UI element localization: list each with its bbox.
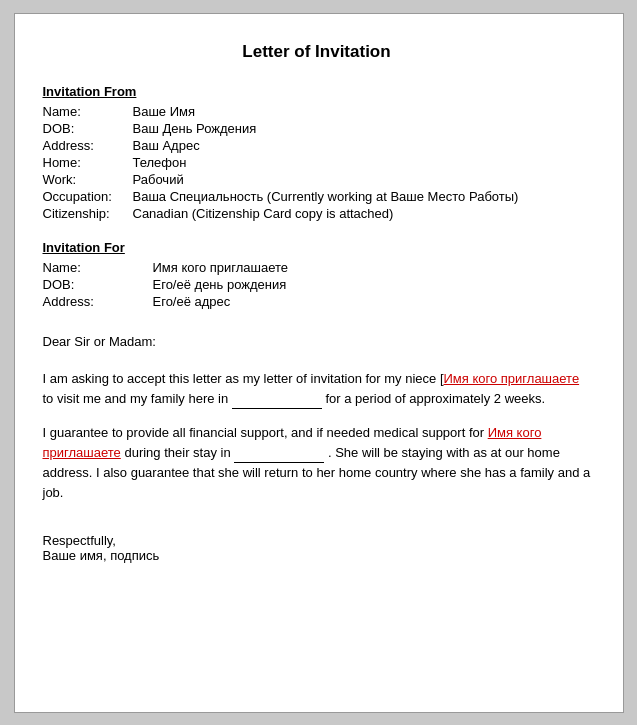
value-citizenship: Canadian (Citizenship Card copy is attac… [133, 205, 591, 222]
table-row: Name: Ваше Имя [43, 103, 591, 120]
p1-after: for a period of approximately 2 weeks. [325, 391, 545, 406]
closing: Respectfully, Ваше имя, подпись [43, 533, 591, 563]
table-row: Address: Его/её адрес [43, 293, 591, 310]
label-for-name: Name: [43, 259, 153, 276]
table-row: DOB: Ваш День Рождения [43, 120, 591, 137]
p1-blank [232, 395, 322, 409]
table-row: Name: Имя кого приглашаете [43, 259, 591, 276]
value-name: Ваше Имя [133, 103, 591, 120]
body-text: I am asking to accept this letter as my … [43, 369, 591, 504]
label-dob: DOB: [43, 120, 133, 137]
document-title: Letter of Invitation [43, 42, 591, 62]
salutation: Dear Sir or Madam: [43, 334, 591, 349]
from-info-table: Name: Ваше Имя DOB: Ваш День Рождения Ad… [43, 103, 591, 222]
closing-line2: Ваше имя, подпись [43, 548, 591, 563]
p2-blank [234, 449, 324, 463]
table-row: Occupation: Ваша Специальность (Currentl… [43, 188, 591, 205]
table-row: DOB: Его/её день рождения [43, 276, 591, 293]
p1-mid: to visit me and my family here in [43, 391, 229, 406]
table-row: Address: Ваш Адрес [43, 137, 591, 154]
value-address: Ваш Адрес [133, 137, 591, 154]
table-row: Home: Телефон [43, 154, 591, 171]
section-from-heading: Invitation From [43, 84, 591, 99]
p1-before: I am asking to accept this letter as my … [43, 371, 444, 386]
paragraph-2: I guarantee to provide all financial sup… [43, 423, 591, 504]
label-for-dob: DOB: [43, 276, 153, 293]
value-work: Рабочий [133, 171, 591, 188]
value-for-address: Его/её адрес [153, 293, 591, 310]
value-for-dob: Его/её день рождения [153, 276, 591, 293]
label-name: Name: [43, 103, 133, 120]
p2-before: I guarantee to provide all financial sup… [43, 425, 485, 440]
label-work: Work: [43, 171, 133, 188]
value-home: Телефон [133, 154, 591, 171]
label-home: Home: [43, 154, 133, 171]
value-dob: Ваш День Рождения [133, 120, 591, 137]
for-info-table: Name: Имя кого приглашаете DOB: Его/её д… [43, 259, 591, 310]
label-address: Address: [43, 137, 133, 154]
closing-line1: Respectfully, [43, 533, 591, 548]
paragraph-1: I am asking to accept this letter as my … [43, 369, 591, 409]
label-citizenship: Citizenship: [43, 205, 133, 222]
table-row: Citizenship: Canadian (Citizenship Card … [43, 205, 591, 222]
label-for-address: Address: [43, 293, 153, 310]
document: Letter of Invitation Invitation From Nam… [14, 13, 624, 713]
section-for-heading: Invitation For [43, 240, 591, 255]
value-occupation: Ваша Специальность (Currently working at… [133, 188, 591, 205]
label-occupation: Occupation: [43, 188, 133, 205]
p2-mid: during their stay in [124, 445, 230, 460]
value-for-name: Имя кого приглашаете [153, 259, 591, 276]
table-row: Work: Рабочий [43, 171, 591, 188]
p1-link: Имя кого приглашаете [444, 371, 580, 386]
